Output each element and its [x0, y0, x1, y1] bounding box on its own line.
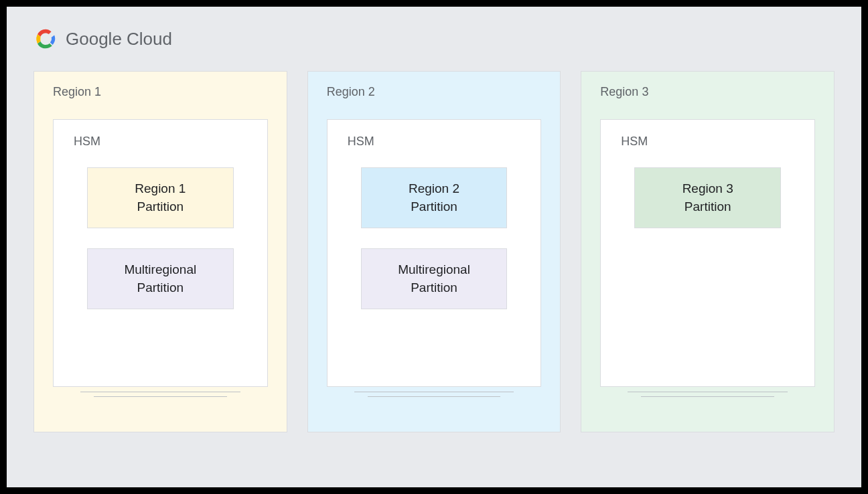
partition-line2: Partition: [684, 199, 731, 214]
partition-multiregional: Multiregional Partition: [87, 248, 234, 309]
brand-cloud: Cloud: [122, 29, 172, 49]
stack-indicator-icon: [354, 388, 514, 397]
partition-line1: Region 1: [135, 181, 186, 195]
brand-text: Google Cloud: [66, 29, 172, 50]
stack-indicator-icon: [628, 388, 788, 397]
partition-region-2: Region 2 Partition: [361, 167, 508, 228]
region-box-3: Region 3 HSM Region 3 Partition: [581, 71, 835, 432]
partition-line2: Partition: [411, 199, 457, 214]
partition-line1: Region 3: [682, 181, 733, 195]
partition-multiregional: Multiregional Partition: [361, 248, 508, 309]
region-label: Region 2: [327, 85, 542, 99]
regions-container: Region 1 HSM Region 1 Partition Multireg…: [33, 71, 835, 432]
partition-region-1: Region 1 Partition: [87, 167, 234, 228]
header: Google Cloud: [33, 27, 835, 51]
region-box-2: Region 2 HSM Region 2 Partition Multireg…: [307, 71, 561, 432]
partition-region-3: Region 3 Partition: [634, 167, 781, 228]
google-cloud-logo-icon: [33, 27, 58, 51]
brand-google: Google: [66, 29, 122, 49]
region-label: Region 3: [600, 85, 815, 99]
region-label: Region 1: [53, 85, 268, 99]
diagram-canvas: Google Cloud Region 1 HSM Region 1 Parti…: [7, 7, 861, 487]
partition-line1: Multiregional: [398, 262, 470, 276]
partition-line1: Region 2: [409, 181, 459, 195]
region-box-1: Region 1 HSM Region 1 Partition Multireg…: [33, 71, 287, 432]
hsm-label: HSM: [74, 135, 247, 149]
partition-line2: Partition: [137, 199, 184, 214]
hsm-label: HSM: [348, 135, 521, 149]
partition-line2: Partition: [137, 280, 184, 295]
hsm-box: HSM Region 3 Partition: [600, 119, 815, 387]
partition-line2: Partition: [411, 280, 457, 295]
partition-line1: Multiregional: [124, 262, 196, 276]
hsm-box: HSM Region 2 Partition Multiregional Par…: [327, 119, 542, 387]
hsm-box: HSM Region 1 Partition Multiregional Par…: [53, 119, 268, 387]
hsm-label: HSM: [621, 135, 794, 149]
stack-indicator-icon: [80, 388, 240, 397]
